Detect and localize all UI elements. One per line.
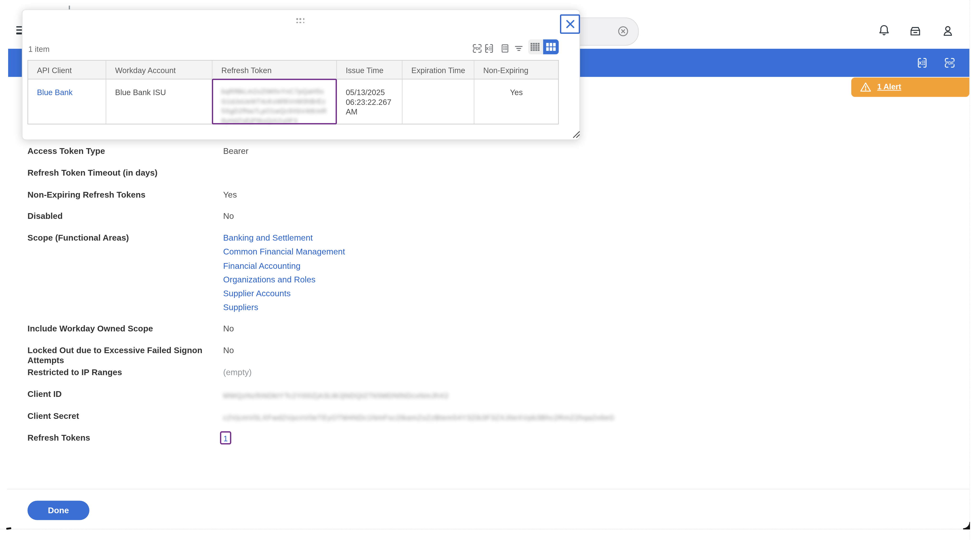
- svg-text:X: X: [486, 46, 489, 51]
- workday-account-cell: Blue Bank ISU: [106, 80, 213, 124]
- right-page-edge: [969, 0, 970, 540]
- item-count-label: 1 item: [28, 45, 49, 54]
- bottom-right-corner-mark: [963, 522, 970, 529]
- table-row: Blue Bank Blue Bank ISU bqRf8kLm2xZtW0vY…: [28, 80, 558, 124]
- refresh-tokens-count-link[interactable]: 1: [223, 434, 228, 443]
- column-header[interactable]: Expiration Time: [402, 61, 474, 79]
- table-header-row: API Client Workday Account Refresh Token…: [28, 61, 558, 79]
- api-client-cell: Blue Bank: [28, 80, 106, 124]
- scope-link[interactable]: Common Financial Management: [223, 247, 345, 256]
- footer-divider: [7, 489, 969, 490]
- field-value-empty: (empty): [223, 368, 252, 378]
- field-value: No: [223, 324, 234, 334]
- field-value: No: [223, 211, 234, 221]
- redacted-client-id: MWQzNzlhNDktYTc2Yi00ZjA3LWJjNDQtZTk5MDNl…: [223, 391, 448, 400]
- scope-links: Banking and Settlement Common Financial …: [223, 231, 345, 315]
- export-pdf-icon[interactable]: PDF: [944, 57, 956, 69]
- api-client-link[interactable]: Blue Bank: [37, 88, 73, 97]
- field-value: No: [223, 346, 234, 356]
- modal-close-button[interactable]: [560, 14, 580, 34]
- expanded-grid-view-button[interactable]: [543, 40, 558, 55]
- refresh-tokens-modal: 1 item PDF X: [22, 10, 580, 140]
- field-label: Access Token Type: [27, 146, 218, 156]
- done-button[interactable]: Done: [27, 500, 89, 520]
- workday-view-api-client-page: X PDF 1 Alert Access Token Type Bearer R…: [0, 0, 980, 540]
- warning-triangle-icon: [859, 81, 872, 93]
- client-secret-value: c2VjcmV0LXFwd2VpcnV0eTEyOTM4NDc1NmFsc2tk…: [223, 413, 614, 424]
- column-header[interactable]: API Client: [28, 61, 106, 79]
- filter-icon[interactable]: [513, 43, 523, 54]
- inbox-tray-icon[interactable]: [908, 25, 921, 38]
- svg-text:PDF: PDF: [945, 61, 954, 65]
- refresh-token-cell: bqRf8kLm2xZtW0vYnC7pQaH5sG1dJoUe9iT4cKxW…: [213, 80, 337, 124]
- alert-banner: 1 Alert: [851, 77, 969, 97]
- field-label: Locked Out due to Excessive Failed Signo…: [27, 346, 228, 366]
- non-expiring-cell: Yes: [474, 80, 558, 124]
- grid-view-toggle: [528, 40, 558, 55]
- field-label: Scope (Functional Areas): [27, 233, 218, 243]
- compact-grid-view-button[interactable]: [528, 40, 543, 55]
- field-label: Restricted to IP Ranges: [27, 368, 218, 378]
- column-header[interactable]: Non-Expiring: [474, 61, 558, 79]
- field-label: Disabled: [27, 211, 218, 221]
- profile-person-icon[interactable]: [941, 24, 954, 37]
- column-header[interactable]: Refresh Token: [213, 61, 337, 79]
- notifications-bell-icon[interactable]: [878, 24, 891, 37]
- alert-count-link[interactable]: 1 Alert: [877, 83, 901, 91]
- expiration-time-cell: [402, 80, 474, 124]
- export-pdf-icon[interactable]: PDF: [472, 43, 482, 54]
- export-excel-icon[interactable]: X: [916, 57, 928, 69]
- compact-grid-icon: [530, 43, 541, 52]
- scope-link[interactable]: Banking and Settlement: [223, 233, 313, 242]
- bottom-left-mark: [6, 527, 11, 530]
- field-value: Yes: [223, 190, 237, 200]
- refresh-tokens-table: API Client Workday Account Refresh Token…: [28, 60, 559, 124]
- redacted-refresh-token: bqRf8kLm2xZtW0vYnC7pQaH5sG1dJoUe9iT4cKxW…: [221, 87, 329, 126]
- printable-view-icon[interactable]: [500, 43, 510, 54]
- field-label: Client Secret: [27, 411, 218, 421]
- field-label: Refresh Token Timeout (in days): [27, 168, 218, 178]
- field-label: Refresh Tokens: [27, 433, 218, 443]
- scope-link[interactable]: Financial Accounting: [223, 261, 301, 270]
- field-value: Bearer: [223, 146, 248, 156]
- svg-text:X: X: [918, 60, 922, 66]
- field-label: Non-Expiring Refresh Tokens: [27, 190, 218, 200]
- expanded-grid-icon: [546, 43, 556, 52]
- close-icon: [565, 19, 575, 29]
- scope-link[interactable]: Organizations and Roles: [223, 275, 316, 284]
- search-clear-icon[interactable]: [617, 25, 629, 38]
- column-header[interactable]: Workday Account: [106, 61, 213, 79]
- svg-text:PDF: PDF: [473, 46, 481, 51]
- column-header[interactable]: Issue Time: [337, 61, 403, 79]
- redacted-client-secret: c2VjcmV0LXFwd2VpcnV0eTEyOTM4NDc1NmFsc2tk…: [223, 413, 614, 422]
- bottom-page-edge: [0, 529, 969, 529]
- export-excel-icon[interactable]: X: [484, 43, 495, 54]
- field-label: Include Workday Owned Scope: [27, 324, 218, 334]
- scope-link[interactable]: Suppliers: [223, 303, 258, 312]
- field-label: Client ID: [27, 389, 218, 400]
- issue-date: 05/13/2025: [346, 88, 402, 98]
- modal-resize-handle-icon[interactable]: [573, 129, 580, 137]
- refresh-tokens-count-box: 1: [220, 431, 231, 444]
- issue-time-cell: 05/13/2025 06:23:22.267 AM: [337, 80, 403, 124]
- client-id-value: MWQzNzlhNDktYTc2Yi00ZjA3LWJjNDQtZTk5MDNl…: [223, 391, 448, 402]
- drag-handle-icon[interactable]: [296, 18, 306, 24]
- scope-link[interactable]: Supplier Accounts: [223, 289, 291, 298]
- issue-timestamp: 06:23:22.267 AM: [346, 98, 402, 117]
